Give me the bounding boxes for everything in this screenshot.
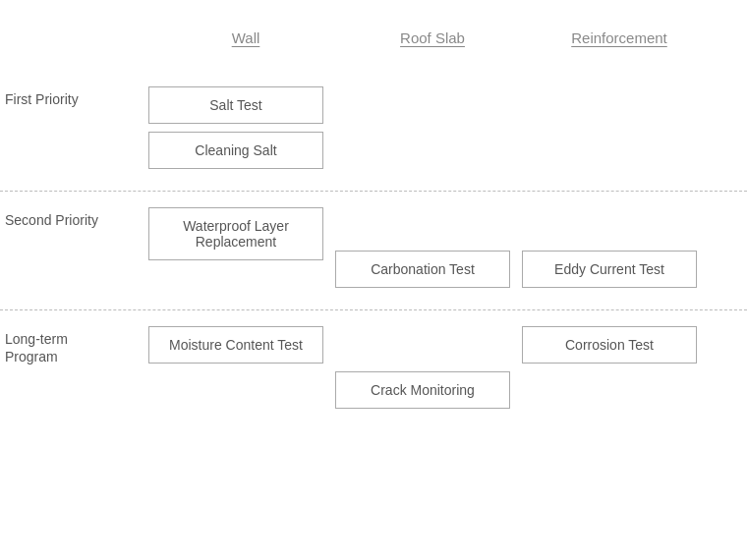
longterm-roof-cell: placeholder Crack Monitoring [329, 322, 516, 413]
moisture-content-test-box: Moisture Content Test [148, 326, 323, 364]
salt-test-box: Salt Test [148, 86, 323, 124]
first-priority-wall-cell: Salt Test Cleaning Salt [143, 83, 329, 173]
second-priority-reinf-cell: Eddy Current Test [516, 203, 703, 292]
crack-monitoring-box-real: Crack Monitoring [335, 371, 510, 409]
header-roof-slab: Roof Slab [339, 29, 526, 46]
first-priority-roof-cell [329, 83, 516, 173]
second-priority-row: Second Priority Waterproof Layer Replace… [0, 199, 747, 302]
waterproof-layer-box: Waterproof Layer Replacement [148, 207, 323, 260]
column-headers: Wall Roof Slab Reinforcement [0, 29, 747, 46]
separator-first-second [0, 191, 747, 192]
corrosion-test-box: Corrosion Test [522, 326, 697, 364]
separator-second-longterm [0, 309, 747, 310]
first-priority-cells: Salt Test Cleaning Salt [143, 79, 747, 177]
longterm-program-cells: Moisture Content Test placeholder Crack … [143, 318, 747, 417]
longterm-program-label: Long-term Program [0, 318, 143, 365]
eddy-current-test-box: Eddy Current Test [522, 251, 697, 288]
first-priority-label: First Priority [0, 79, 143, 108]
main-container: Wall Roof Slab Reinforcement First Prior… [0, 0, 747, 560]
second-priority-wall-cell: Waterproof Layer Replacement [143, 203, 329, 292]
longterm-program-row: Long-term Program Moisture Content Test … [0, 318, 747, 422]
second-priority-label: Second Priority [0, 199, 143, 229]
header-reinforcement: Reinforcement [526, 29, 713, 46]
first-priority-reinf-cell [516, 83, 703, 173]
rows-area: First Priority Salt Test Cleaning Salt S… [0, 79, 747, 422]
first-priority-row: First Priority Salt Test Cleaning Salt [0, 79, 747, 183]
header-wall: Wall [152, 29, 339, 46]
second-priority-roof-cell: Carbonation Test [329, 203, 516, 292]
second-priority-cells: Waterproof Layer Replacement Carbonation… [143, 199, 747, 296]
carbonation-test-box: Carbonation Test [335, 251, 510, 288]
longterm-wall-cell: Moisture Content Test [143, 322, 329, 413]
longterm-reinf-cell: Corrosion Test [516, 322, 703, 413]
cleaning-salt-box: Cleaning Salt [148, 132, 323, 169]
